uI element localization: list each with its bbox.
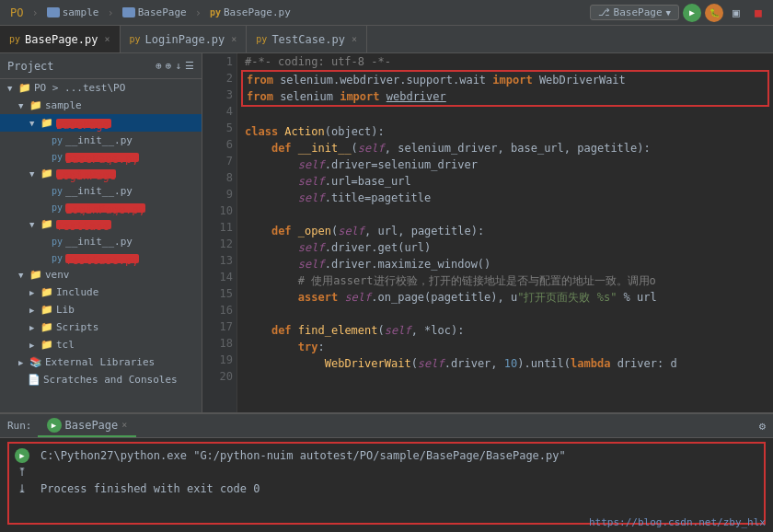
def-kw-3: def — [271, 324, 298, 337]
mod-2: selenium — [280, 90, 340, 103]
code-line-19: try: — [245, 339, 766, 355]
scroll-bot-btn[interactable]: ⤓ — [15, 481, 29, 496]
root-icon: 📁 — [18, 82, 31, 94]
init3-label: __init__.py — [65, 236, 133, 248]
sidebar: Project ⊕ ⊕ ↓ ☰ ▼ 📁 PO > ...test\PO ▼ — [0, 53, 202, 412]
tree-testcase-folder[interactable]: ▼ 📁 TestCase — [0, 215, 202, 233]
code-line-20: WebDriverWait(self.driver, 10).until(lam… — [245, 355, 766, 372]
sidebar-icon1[interactable]: ⊕ — [156, 60, 162, 72]
code-line-4: from selenium import webdriver — [247, 88, 764, 105]
p2: , selenium_driver, base_url, pagetitle): — [385, 142, 651, 155]
branch-icon: ⎇ — [598, 6, 610, 18]
code-editor[interactable]: 1 2 3 4 5 6 7 8 9 10 11 12 13 14 15 16 1… — [202, 53, 773, 412]
tree-scratches[interactable]: 📄 Scratches and Consoles — [0, 371, 202, 388]
colon-try: : — [317, 341, 324, 353]
coverage-button[interactable]: ▣ — [727, 4, 745, 22]
separator1: › — [31, 6, 38, 19]
tab-testcase-close[interactable]: × — [352, 34, 357, 44]
code-line-10: self.title=pagetitle — [245, 190, 766, 206]
scroll-top-btn[interactable]: ⤒ — [15, 465, 29, 480]
top-bar: PO › sample › BasePage › py BasePage.py … — [0, 0, 773, 26]
arrow-include: ▶ — [29, 288, 39, 297]
line-num-10: 10 — [206, 202, 233, 219]
code-line-9: self.url=base_url — [245, 173, 766, 190]
line-num-18: 18 — [206, 335, 233, 352]
self-3: self — [298, 175, 325, 188]
cmt-1: #-*- coding: utf-8 -*- — [245, 55, 391, 68]
tree-basepage-folder[interactable]: ▼ 📁 BasePage — [0, 114, 202, 132]
tree-venv[interactable]: ▼ 📁 venv — [0, 266, 202, 283]
line-num-3: 3 — [206, 87, 233, 103]
nav-basepage-folder[interactable]: BasePage — [118, 5, 191, 20]
tree-root[interactable]: ▼ 📁 PO > ...test\PO — [0, 79, 202, 97]
from-kw-1: from — [247, 74, 280, 87]
import-kw-2: import — [340, 90, 386, 103]
bottom-tab-close[interactable]: × — [121, 420, 127, 430]
tree-loginpage-py[interactable]: py LoginPage.py — [0, 200, 202, 215]
l9-rest: .url=base_url — [325, 175, 411, 188]
stop-button[interactable]: ■ — [749, 4, 767, 22]
arrow-testcase: ▼ — [29, 220, 39, 229]
obj-ref: object — [331, 125, 371, 138]
editor-tabs: py BasePage.py × py LoginPage.py × py Te… — [0, 26, 773, 53]
run-icon-label: Run: — [7, 420, 32, 432]
l20-param: driver: d — [617, 357, 677, 370]
from-kw-2: from — [247, 90, 280, 103]
sample-label: sample — [45, 99, 82, 111]
folder-loginpage-icon: 📁 — [40, 168, 53, 179]
num-10: 10 — [504, 357, 517, 370]
loginpage-folder-label: LoginPage — [56, 169, 116, 179]
tcl-label: tcl — [56, 339, 75, 351]
tree-lib[interactable]: ▶ 📁 Lib — [0, 301, 202, 318]
self-6: self — [298, 241, 325, 254]
bottom-panel: Run: ▶ BasePage × ⚙ ▶ ⤒ ⤓ C:\Python27\py… — [0, 412, 773, 532]
nav-basepage-py[interactable]: py BasePage.py — [205, 5, 295, 20]
tree-basepage-py[interactable]: py BasePage.py — [0, 149, 202, 165]
l18-rest2: , *loc): — [411, 324, 465, 337]
tree-init1[interactable]: py __init__.py — [0, 132, 202, 149]
tree-testcase-py[interactable]: py TestCase.py — [0, 250, 202, 266]
try-kw: try — [298, 341, 318, 353]
line-num-6: 6 — [206, 136, 233, 153]
tree-sample[interactable]: ▼ 📁 sample — [0, 97, 202, 114]
l10-rest: .title=pagetitle — [325, 191, 432, 204]
tree-init3[interactable]: py __init__.py — [0, 233, 202, 250]
run-button[interactable]: ▶ — [683, 4, 701, 22]
py-file-icon-6: py — [52, 253, 63, 263]
line-numbers: 1 2 3 4 5 6 7 8 9 10 11 12 13 14 15 16 1… — [202, 53, 237, 412]
tab-basepage-close[interactable]: × — [105, 34, 110, 44]
sidebar-icon2[interactable]: ⊕ — [166, 60, 172, 72]
bottom-settings-icon[interactable]: ⚙ — [759, 420, 766, 433]
sidebar-icon3[interactable]: ↓ — [175, 60, 181, 72]
include-label: Include — [56, 286, 98, 298]
run-play-btn[interactable]: ▶ — [47, 418, 62, 433]
fn-open: _open — [298, 225, 331, 237]
tree-init2[interactable]: py __init__.py — [0, 182, 202, 200]
code-line-5 — [245, 107, 766, 123]
tree-tcl[interactable]: ▶ 📁 tcl — [0, 336, 202, 353]
self-7: self — [298, 258, 325, 271]
code-line-8: self.driver=selenium_driver — [245, 156, 766, 173]
line-num-19: 19 — [206, 352, 233, 368]
code-line-6: class Action(object): — [245, 123, 766, 140]
line-num-1: 1 — [206, 53, 233, 70]
tree-include[interactable]: ▶ 📁 Include — [0, 283, 202, 301]
tab-loginpage[interactable]: py LoginPage.py × — [121, 26, 248, 52]
rerun-btn[interactable]: ▶ — [15, 448, 29, 463]
def-kw-2: def — [271, 225, 298, 237]
tab-testcase[interactable]: py TestCase.py × — [247, 26, 367, 52]
tab-loginpage-close[interactable]: × — [231, 34, 237, 44]
l20-rest2: .driver, — [444, 357, 504, 370]
output-lines: C:\Python27\python.exe "G:/python-nuim a… — [40, 447, 566, 497]
branch-selector[interactable]: ⎇ BasePage ▼ — [590, 5, 679, 20]
nav-sample[interactable]: sample — [42, 5, 104, 20]
tree-ext-libs[interactable]: ▶ 📚 External Libraries — [0, 353, 202, 371]
code-line-13: self.driver.get(url) — [245, 239, 766, 256]
bottom-tab-basepage[interactable]: ▶ BasePage × — [38, 414, 137, 437]
sidebar-icon4[interactable]: ☰ — [185, 60, 194, 72]
debug-button[interactable]: 🐛 — [705, 4, 723, 22]
tab-basepage[interactable]: py BasePage.py × — [0, 26, 121, 52]
nav-po[interactable]: PO — [6, 5, 28, 21]
tree-loginpage-folder[interactable]: ▼ 📁 LoginPage — [0, 165, 202, 182]
tree-scripts[interactable]: ▶ 📁 Scripts — [0, 318, 202, 336]
